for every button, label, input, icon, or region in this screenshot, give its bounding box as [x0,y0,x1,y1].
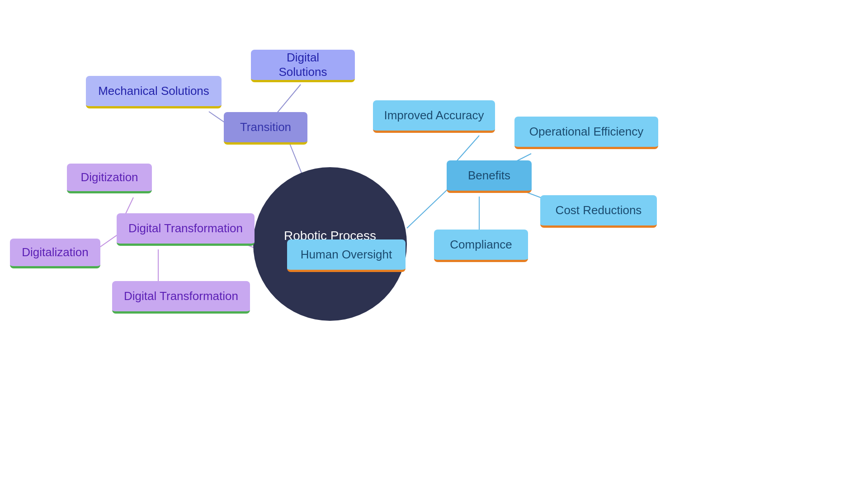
operational-efficiency-node[interactable]: Operational Efficiency [514,117,658,149]
digitization-label: Digitization [80,170,138,184]
digitalization-node[interactable]: Digitalization [10,239,100,268]
improved-accuracy-node[interactable]: Improved Accuracy [373,100,495,133]
operational-efficiency-label: Operational Efficiency [529,125,643,139]
improved-accuracy-label: Improved Accuracy [384,108,484,122]
transition-node[interactable]: Transition [224,112,307,145]
digitalization-label: Digitalization [22,245,88,259]
digital-transformation-low-label: Digital Transformation [124,289,238,303]
digital-solutions-label: Digital Solutions [261,51,345,79]
digital-transformation-mid-label: Digital Transformation [128,221,243,235]
cost-reductions-label: Cost Reductions [556,203,642,217]
digitization-node[interactable]: Digitization [67,164,152,193]
mechanical-solutions-label: Mechanical Solutions [98,84,209,98]
compliance-label: Compliance [450,238,512,252]
compliance-node[interactable]: Compliance [434,230,528,262]
human-oversight-label: Human Oversight [301,248,392,262]
benefits-label: Benefits [468,169,510,183]
human-oversight-node[interactable]: Human Oversight [287,239,406,272]
benefits-node[interactable]: Benefits [447,160,532,193]
mechanical-solutions-node[interactable]: Mechanical Solutions [86,76,222,108]
digital-transformation-mid-node[interactable]: Digital Transformation [117,213,255,246]
transition-label: Transition [240,120,291,134]
digital-transformation-low-node[interactable]: Digital Transformation [112,281,250,314]
digital-solutions-node[interactable]: Digital Solutions [251,50,355,82]
cost-reductions-node[interactable]: Cost Reductions [540,195,657,228]
